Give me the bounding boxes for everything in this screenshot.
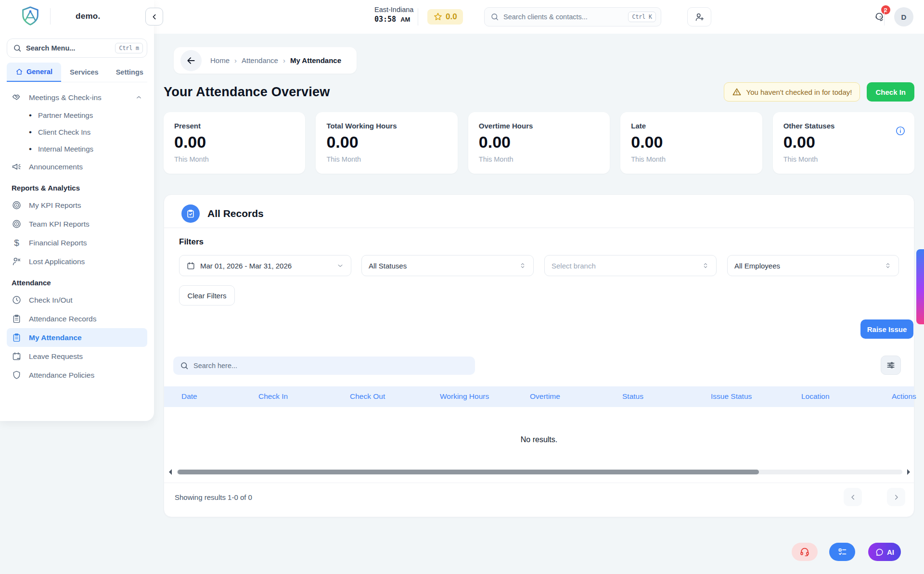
sidebar-menu: Meetings & Check-ins •Partner Meetings •… <box>0 82 154 384</box>
menu-search-input[interactable] <box>26 44 111 52</box>
check-in-button[interactable]: Check In <box>867 82 914 102</box>
up-down-icon <box>702 262 709 269</box>
sidebar-item-check-in-out[interactable]: Check In/Out <box>7 291 147 309</box>
column-status[interactable]: Status <box>622 392 643 401</box>
brand-logo-icon[interactable] <box>19 5 41 27</box>
menu-search[interactable]: Ctrl m <box>7 38 147 58</box>
section-attendance: Attendance <box>7 279 147 287</box>
bullet-icon: • <box>29 145 32 153</box>
ai-assistant-button[interactable]: AI <box>868 543 901 561</box>
topbar-divider <box>418 8 418 26</box>
horizontal-scrollbar[interactable] <box>166 468 913 476</box>
filters-title: Filters <box>179 237 204 247</box>
column-issue-status[interactable]: Issue Status <box>711 392 752 401</box>
sidebar-item-lost-applications[interactable]: Lost Applications <box>7 252 147 271</box>
app-root: { "brand": { "name": "demo." }, "sidebar… <box>0 0 924 574</box>
ai-label: AI <box>887 548 894 556</box>
column-check-in[interactable]: Check In <box>258 392 288 401</box>
global-search[interactable]: Ctrl K <box>484 7 661 26</box>
records-search[interactable] <box>173 357 475 375</box>
column-check-out[interactable]: Check Out <box>350 392 385 401</box>
column-working-hours[interactable]: Working Hours <box>440 392 489 401</box>
table-header: Date Check In Check Out Working Hours Ov… <box>164 386 914 407</box>
chevron-down-icon <box>336 262 344 269</box>
support-float-button[interactable] <box>792 543 818 561</box>
sidebar-item-attendance-records[interactable]: Attendance Records <box>7 309 147 328</box>
up-down-icon <box>519 262 526 269</box>
footer-divider <box>164 483 914 483</box>
sidebar-collapse-button[interactable] <box>145 8 163 26</box>
info-icon[interactable] <box>895 126 906 136</box>
chat-bubble-icon <box>875 548 884 557</box>
sidebar-item-my-kpi-reports[interactable]: My KPI Reports <box>7 196 147 215</box>
dollar-icon: $ <box>12 238 22 248</box>
tab-general[interactable]: General <box>7 63 61 82</box>
breadcrumb-attendance[interactable]: Attendance <box>242 56 278 64</box>
records-clipboard-icon <box>181 204 200 223</box>
brand-divider <box>50 8 51 25</box>
breadcrumb-home[interactable]: Home <box>210 56 230 64</box>
employee-filter-select[interactable]: All Employees <box>727 255 899 276</box>
breadcrumb-current: My Attendance <box>290 56 341 64</box>
stats-row: Present 0.00 This Month Total Working Ho… <box>164 112 914 174</box>
search-icon <box>180 361 189 370</box>
scroll-right-icon[interactable] <box>907 469 913 475</box>
records-title: All Records <box>207 208 264 219</box>
tab-services[interactable]: Services <box>61 63 107 82</box>
clear-filters-button[interactable]: Clear Filters <box>179 285 235 306</box>
calendar-icon <box>186 261 195 270</box>
sliders-icon <box>886 360 896 370</box>
sidebar-item-financial-reports[interactable]: $ Financial Reports <box>7 233 147 252</box>
pagination-prev-button[interactable] <box>844 488 862 506</box>
global-search-input[interactable] <box>503 13 624 21</box>
scroll-left-icon[interactable] <box>166 469 172 475</box>
clipboard-icon <box>12 332 22 343</box>
add-user-button[interactable] <box>687 7 711 26</box>
stat-card-working-hours: Total Working Hours 0.00 This Month <box>316 112 457 174</box>
back-button[interactable] <box>180 50 202 71</box>
target-icon <box>12 219 22 229</box>
sidebar-item-team-kpi-reports[interactable]: Team KPI Reports <box>7 215 147 233</box>
search-icon <box>490 13 499 21</box>
rating-badge[interactable]: 0.0 <box>427 9 463 25</box>
sidebar-item-attendance-policies[interactable]: Attendance Policies <box>7 366 147 384</box>
clock-icon <box>12 295 22 305</box>
sidebar-item-my-attendance[interactable]: My Attendance <box>7 328 147 347</box>
column-date[interactable]: Date <box>181 392 197 401</box>
date-range-filter[interactable]: Mar 01, 2026 - Mar 31, 2026 <box>179 255 351 276</box>
side-drawer-handle[interactable] <box>916 249 924 324</box>
sidebar-item-client-check-ins[interactable]: •Client Check Ins <box>7 124 147 140</box>
target-icon <box>12 200 22 210</box>
status-filter-select[interactable]: All Statuses <box>361 255 534 276</box>
pagination-next-button[interactable] <box>887 488 905 506</box>
sidebar-item-partner-meetings[interactable]: •Partner Meetings <box>7 107 147 124</box>
menu-search-shortcut: Ctrl m <box>115 43 143 53</box>
stat-card-present: Present 0.00 This Month <box>164 112 305 174</box>
headset-icon <box>799 547 810 557</box>
brand-row: demo. <box>0 0 154 33</box>
sidebar-item-internal-meetings[interactable]: •Internal Meetings <box>7 140 147 157</box>
column-actions[interactable]: Actions <box>892 392 916 401</box>
sidebar-item-leave-requests[interactable]: Leave Requests <box>7 347 147 366</box>
column-settings-button[interactable] <box>881 356 901 375</box>
home-icon <box>15 68 23 76</box>
raise-issue-button[interactable]: Raise Issue <box>860 319 913 339</box>
records-search-input[interactable] <box>193 362 468 370</box>
user-plus-icon <box>694 12 705 22</box>
timezone-label: East-Indiana <box>374 6 432 13</box>
breadcrumb: Home › Attendance › My Attendance <box>174 47 357 74</box>
sidebar-item-announcements[interactable]: Announcements <box>7 157 147 176</box>
bullet-icon: • <box>29 111 32 119</box>
tasks-float-button[interactable] <box>829 543 855 561</box>
branch-filter-select[interactable]: Select branch <box>544 255 717 276</box>
scrollbar-thumb[interactable] <box>178 470 759 474</box>
sidebar-item-meetings-checkins[interactable]: Meetings & Check-ins <box>7 88 147 107</box>
chevron-left-icon <box>151 13 158 21</box>
timezone-block: East-Indiana 03:58 AM <box>374 6 432 24</box>
column-location[interactable]: Location <box>801 392 830 401</box>
brand-name: demo. <box>76 12 101 21</box>
chevron-right-icon <box>892 493 900 501</box>
user-avatar[interactable]: D <box>894 7 913 26</box>
tab-settings[interactable]: Settings <box>107 63 152 82</box>
column-overtime[interactable]: Overtime <box>530 392 560 401</box>
